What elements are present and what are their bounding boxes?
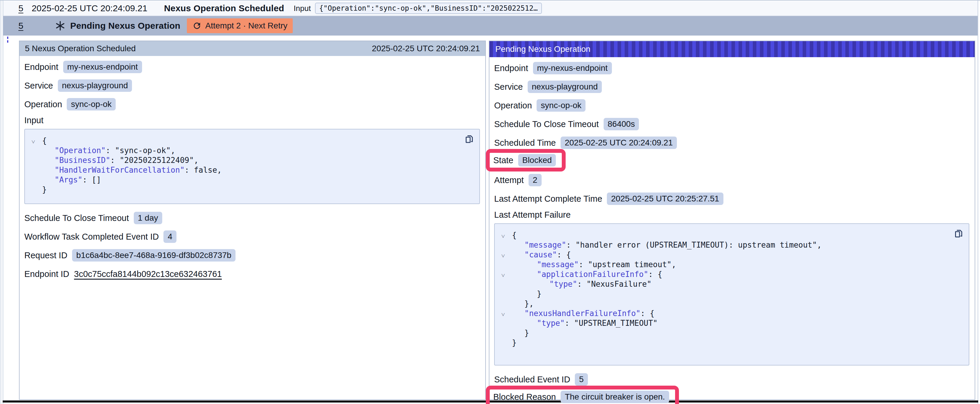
copy-icon: [953, 228, 964, 239]
json-line: "message": "upstream timeout",: [499, 260, 963, 269]
json-line: }: [29, 185, 473, 195]
json-text: : {: [648, 269, 662, 279]
event-row-pending-nexus-operation[interactable]: 5 Pending Nexus Operation Attempt 2 · Ne…: [3, 16, 978, 36]
detail-label: Schedule To Close Timeout: [494, 119, 599, 129]
json-text: : []: [83, 175, 101, 185]
detail-label: Endpoint: [24, 62, 59, 72]
detail-row: Scheduled Event ID5: [494, 372, 969, 387]
json-line: "Args": []: [29, 175, 473, 185]
chevron-down-icon[interactable]: ˅: [499, 231, 512, 241]
gutter: [29, 156, 42, 166]
json-text: : "sync-op-ok",: [106, 146, 175, 155]
pending-operation-detail-card: Pending Nexus Operation Endpointmy-nexus…: [489, 41, 975, 400]
gutter: [29, 176, 42, 186]
event-id-link[interactable]: 5: [18, 21, 24, 31]
json-text: }: [537, 289, 542, 299]
json-line: "Operation": "sync-op-ok",: [29, 146, 473, 155]
json-text: }: [42, 185, 47, 195]
detail-value: 5: [575, 373, 588, 386]
json-text: }: [512, 338, 517, 348]
json-text: : false,: [185, 165, 221, 175]
detail-row: Servicenexus-playground: [24, 78, 480, 93]
event-id-link[interactable]: 5: [18, 3, 24, 13]
json-line: "type": "UPSTREAM_TIMEOUT": [499, 318, 963, 328]
retry-attempt-badge: Attempt 2 · Next Retry: [187, 18, 293, 33]
detail-value: Blocked: [518, 154, 556, 166]
copy-button[interactable]: [953, 228, 964, 239]
json-text: {: [42, 136, 47, 146]
detail-row: Attempt2: [494, 173, 969, 187]
event-timestamp: 2025-02-25 UTC 20:24:09.21: [32, 3, 147, 13]
json-key: "message": [524, 240, 566, 250]
detail-row: Workflow Task Completed Event ID4: [24, 229, 480, 244]
json-line: ˅{: [499, 230, 963, 240]
json-text: },: [524, 299, 534, 309]
gutter: [499, 280, 512, 290]
json-line: ˅{: [29, 136, 473, 146]
detail-row: Schedule To Close Timeout86400s: [494, 117, 969, 131]
detail-row: Operationsync-op-ok: [494, 98, 969, 113]
detail-row: Endpointmy-nexus-endpoint: [24, 60, 480, 74]
json-key: "message": [537, 260, 579, 269]
scheduled-card-timestamp: 2025-02-25 UTC 20:24:09.21: [372, 44, 480, 53]
json-key: "applicationFailureInfo": [537, 269, 648, 279]
detail-label: Schedule To Close Timeout: [24, 213, 129, 223]
chevron-down-icon[interactable]: ˅: [29, 137, 42, 147]
chevron-down-icon[interactable]: ˅: [499, 309, 512, 319]
detail-value[interactable]: 3c0c75ccfa8144b092c13ce632463761: [74, 269, 222, 279]
event-row-nexus-operation-scheduled[interactable]: 5 2025-02-25 UTC 20:24:09.21 Nexus Opera…: [3, 1, 978, 16]
json-text: : {: [640, 309, 654, 318]
json-line: "HandlerWaitForCancellation": false,: [29, 165, 473, 175]
json-key: "Operation": [54, 146, 106, 155]
input-preview-chip: {"Operation":"sync-op-ok","BusinessID":"…: [315, 3, 542, 14]
detail-label: Service: [24, 81, 53, 90]
gutter: [499, 319, 512, 329]
detail-value: my-nexus-endpoint: [533, 62, 612, 74]
json-text: : {: [557, 250, 571, 260]
copy-button[interactable]: [464, 133, 474, 145]
json-line: "BusinessID": "20250225122409",: [29, 155, 473, 165]
detail-row: Servicenexus-playground: [494, 79, 969, 94]
pending-card-header: Pending Nexus Operation: [489, 41, 975, 57]
pending-card-title: Pending Nexus Operation: [495, 44, 590, 54]
json-key: "type": [537, 318, 565, 328]
detail-value: sync-op-ok: [67, 98, 116, 111]
json-line: }: [499, 338, 963, 348]
left-border-line: [1, 1, 1, 404]
right-border-line: [978, 1, 978, 404]
detail-value: 2: [528, 174, 542, 186]
json-key: "cause": [524, 250, 557, 260]
gutter: [29, 147, 42, 156]
copy-icon: [464, 133, 474, 144]
event-history-expanded-panel: 5 2025-02-25 UTC 20:24:09.21 Nexus Opera…: [0, 0, 980, 404]
json-text: : "UPSTREAM_TIMEOUT": [565, 318, 658, 328]
input-json-viewer: ˅{"Operation": "sync-op-ok","BusinessID"…: [24, 129, 480, 204]
json-text: : "upstream timeout",: [579, 260, 676, 269]
chevron-down-icon[interactable]: ˅: [499, 271, 512, 280]
last-attempt-failure-label: Last Attempt Failure: [494, 210, 969, 220]
detail-label: Request ID: [24, 250, 67, 260]
detail-row: Endpoint ID3c0c75ccfa8144b092c13ce632463…: [24, 266, 480, 281]
pink-highlight-box: StateBlocked: [486, 149, 566, 171]
pink-highlight-box: Blocked ReasonThe circuit breaker is ope…: [486, 386, 679, 404]
detail-row: Endpointmy-nexus-endpoint: [494, 61, 969, 76]
detail-row: Last Attempt Complete Time2025-02-25 UTC…: [494, 191, 969, 206]
detail-label: Scheduled Event ID: [494, 375, 570, 385]
detail-row: Operationsync-op-ok: [24, 97, 480, 112]
gutter: [499, 339, 512, 349]
failure-json-viewer: ˅{"message": "handler error (UPSTREAM_TI…: [494, 223, 969, 366]
timeline-rail-line: [3, 1, 3, 404]
detail-row: Scheduled Time2025-02-25 UTC 20:24:09.21: [494, 135, 969, 150]
chevron-down-icon[interactable]: ˅: [499, 251, 512, 261]
detail-row: Request IDb1c6a4bc-8ee7-468a-9169-df3b02…: [24, 248, 480, 263]
pending-event-title: Pending Nexus Operation: [70, 21, 180, 31]
json-line: }: [499, 289, 963, 299]
scheduled-card-header: 5 Nexus Operation Scheduled 2025-02-25 U…: [19, 41, 485, 56]
pending-asterisk-icon: [55, 21, 65, 31]
retry-badge-label: Attempt 2 · Next Retry: [205, 21, 287, 30]
json-key: "HandlerWaitForCancellation": [54, 165, 185, 175]
gutter: [29, 186, 42, 195]
json-text: : "NexusFailure": [577, 279, 651, 289]
detail-value: my-nexus-endpoint: [63, 61, 142, 73]
input-section-label: Input: [24, 116, 480, 125]
